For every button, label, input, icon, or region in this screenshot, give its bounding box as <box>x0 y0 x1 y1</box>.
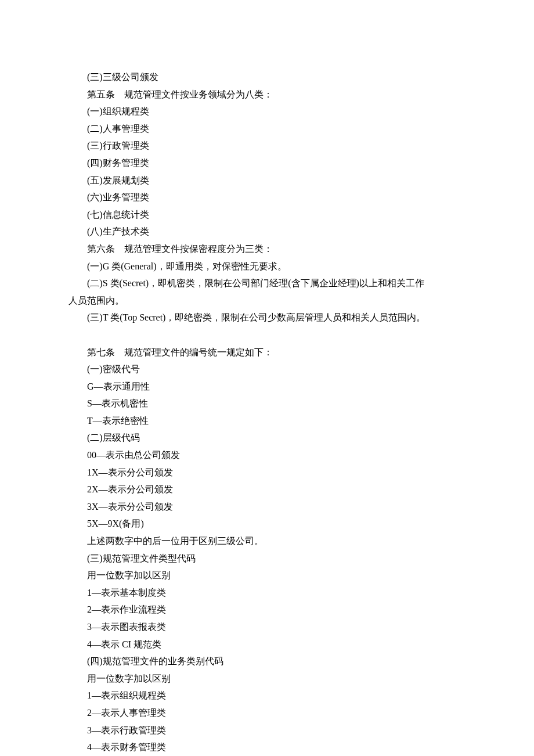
text-line: 2—表示作业流程类 <box>68 601 466 618</box>
text-line: 2—表示人事管理类 <box>68 704 466 722</box>
text-line: 3—表示行政管理类 <box>68 722 466 739</box>
text-line: (二)人事管理类 <box>68 120 466 138</box>
text-line: 第六条 规范管理文件按保密程度分为三类： <box>68 240 466 258</box>
text-line: (三)行政管理类 <box>68 137 466 154</box>
text-line: 5X—9X(备用) <box>68 515 466 532</box>
text-line: 4—表示财务管理类 <box>68 739 466 756</box>
text-line: (一)密级代号 <box>68 361 466 378</box>
text-line: 第五条 规范管理文件按业务领域分为八类： <box>68 86 466 103</box>
text-line: 1—表示基本制度类 <box>68 584 466 602</box>
text-line: (四)财务管理类 <box>68 154 466 172</box>
text-line: (三)规范管理文件类型代码 <box>68 550 466 567</box>
text-line: S—表示机密性 <box>68 395 466 412</box>
text-line: (五)发展规划类 <box>68 172 466 189</box>
document-body: (三)三级公司颁发第五条 规范管理文件按业务领域分为八类：(一)组织规程类(二)… <box>68 69 466 756</box>
text-line: (四)规范管理文件的业务类别代码 <box>68 653 466 670</box>
text-line: 2X—表示分公司颁发 <box>68 481 466 498</box>
text-line: (八)生产技术类 <box>68 223 466 240</box>
text-line: 00—表示由总公司颁发 <box>68 447 466 464</box>
text-line: (三)三级公司颁发 <box>68 69 466 86</box>
blank-line <box>68 326 466 344</box>
text-line: 用一位数字加以区别 <box>68 567 466 584</box>
text-line: (一)组织规程类 <box>68 103 466 120</box>
text-line: 1X—表示分公司颁发 <box>68 464 466 481</box>
text-line: 3X—表示分公司颁发 <box>68 498 466 516</box>
text-line: G—表示通用性 <box>68 378 466 395</box>
text-line: (二)S 类(Secret)，即机密类，限制在公司部门经理(含下属企业经理)以上… <box>68 275 466 292</box>
text-line: 用一位数字加以区别 <box>68 670 466 687</box>
text-line: (七)信息统计类 <box>68 206 466 224</box>
text-line: 人员范围内。 <box>68 292 466 309</box>
text-line: (三)T 类(Top Secret)，即绝密类，限制在公司少数高层管理人员和相关… <box>68 309 466 326</box>
text-line: T—表示绝密性 <box>68 412 466 430</box>
text-line: 第七条 规范管理文件的编号统一规定如下： <box>68 344 466 361</box>
text-line: (二)层级代码 <box>68 429 466 447</box>
text-line: 1—表示组织规程类 <box>68 687 466 704</box>
text-line: 3—表示图表报表类 <box>68 618 466 636</box>
text-line: (六)业务管理类 <box>68 189 466 206</box>
text-line: 上述两数字中的后一位用于区别三级公司。 <box>68 532 466 550</box>
text-line: (一)G 类(General)，即通用类，对保密性无要求。 <box>68 258 466 275</box>
text-line: 4—表示 CI 规范类 <box>68 636 466 653</box>
